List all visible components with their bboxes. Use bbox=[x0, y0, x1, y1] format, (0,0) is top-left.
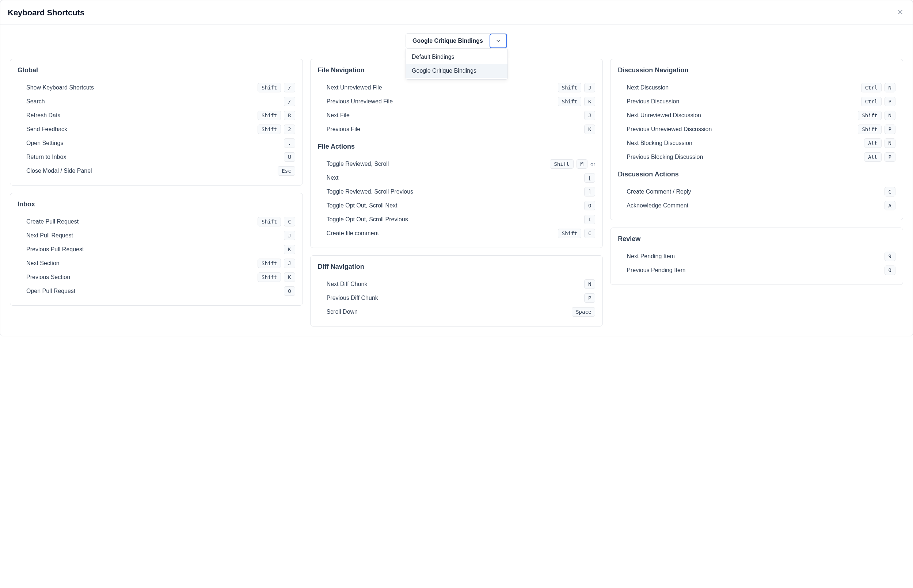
key: K bbox=[284, 245, 295, 254]
key: P bbox=[884, 124, 895, 134]
key: R bbox=[284, 111, 295, 120]
shortcut-panel: Diff NavigationNext Diff ChunkNPrevious … bbox=[310, 255, 603, 326]
shortcut-label: Return to Inbox bbox=[18, 154, 66, 160]
shortcut-keys: AltN bbox=[864, 139, 895, 148]
shortcut-label: Scroll Down bbox=[318, 309, 358, 315]
key: Shift bbox=[550, 159, 573, 169]
shortcut-row: Next FileJ bbox=[318, 108, 596, 122]
shortcut-row: Next DiscussionCtrlN bbox=[618, 81, 895, 95]
shortcut-keys: ] bbox=[584, 187, 595, 197]
shortcut-keys: 9 bbox=[884, 252, 895, 261]
shortcut-label: Next Pending Item bbox=[618, 253, 675, 260]
shortcut-keys: . bbox=[284, 139, 295, 148]
shortcut-row: Scroll DownSpace bbox=[318, 305, 596, 319]
key: K bbox=[584, 124, 595, 134]
chevron-down-icon[interactable] bbox=[490, 34, 507, 48]
shortcut-panels: GlobalShow Keyboard ShortcutsShift/Searc… bbox=[0, 48, 913, 336]
shortcut-label: Next Unreviewed File bbox=[318, 84, 382, 91]
shortcut-keys: ShiftC bbox=[558, 229, 596, 238]
shortcut-row: Refresh DataShiftR bbox=[18, 108, 295, 122]
key: P bbox=[584, 293, 595, 303]
shortcut-row: Open Pull RequestO bbox=[18, 284, 295, 298]
shortcut-label: Previous File bbox=[318, 126, 360, 132]
key: O bbox=[284, 286, 295, 296]
shortcut-label: Acknowledge Comment bbox=[618, 202, 688, 209]
shortcut-row: Toggle Reviewed, ScrollShiftMor bbox=[318, 157, 596, 171]
section-title: Review bbox=[618, 235, 895, 243]
bindings-option-google-critique[interactable]: Google Critique Bindings bbox=[406, 64, 507, 78]
key: Shift bbox=[858, 111, 881, 120]
section-title: Diff Navigation bbox=[318, 263, 596, 271]
shortcut-keys: ShiftC bbox=[258, 217, 295, 226]
close-icon bbox=[897, 8, 904, 17]
shortcut-row: Previous Blocking DiscussionAltP bbox=[618, 150, 895, 164]
shortcut-keys: ShiftK bbox=[558, 97, 596, 106]
shortcut-label: Show Keyboard Shortcuts bbox=[18, 84, 94, 91]
shortcut-label: Next Blocking Discussion bbox=[618, 140, 692, 147]
shortcut-label: Open Pull Request bbox=[18, 288, 75, 294]
shortcut-row: Next SectionShiftJ bbox=[18, 256, 295, 270]
shortcut-keys: Esc bbox=[278, 166, 295, 176]
key: I bbox=[584, 215, 595, 224]
key: J bbox=[584, 83, 595, 92]
shortcut-row: Toggle Reviewed, Scroll Previous] bbox=[318, 185, 596, 199]
key: K bbox=[284, 273, 295, 282]
shortcut-row: Previous Unreviewed FileShiftK bbox=[318, 95, 596, 108]
key: Esc bbox=[278, 166, 295, 176]
key: . bbox=[284, 139, 295, 148]
shortcut-row: Next Blocking DiscussionAltN bbox=[618, 136, 895, 150]
shortcut-label: Next Unreviewed Discussion bbox=[618, 112, 701, 119]
bindings-option-default[interactable]: Default Bindings bbox=[406, 50, 507, 64]
key: Shift bbox=[858, 124, 881, 134]
key: 2 bbox=[284, 124, 295, 134]
key: J bbox=[284, 258, 295, 268]
shortcut-label: Close Modal / Side Panel bbox=[18, 168, 92, 174]
key: [ bbox=[584, 173, 595, 183]
shortcut-row: Create Pull RequestShiftC bbox=[18, 215, 295, 229]
shortcut-row: Previous SectionShiftK bbox=[18, 270, 295, 284]
shortcut-panel: ReviewNext Pending Item9Previous Pending… bbox=[610, 228, 903, 285]
shortcut-row: Open Settings. bbox=[18, 136, 295, 150]
key: Alt bbox=[864, 139, 881, 148]
bindings-dropdown-trigger[interactable]: Google Critique Bindings bbox=[406, 33, 507, 48]
shortcut-row: Create file commentShiftC bbox=[318, 226, 596, 240]
modal-title: Keyboard Shortcuts bbox=[8, 8, 84, 18]
section-title: File Actions bbox=[318, 143, 596, 150]
shortcut-row: Next Unreviewed DiscussionShiftN bbox=[618, 108, 895, 122]
shortcut-label: Toggle Reviewed, Scroll Previous bbox=[318, 189, 413, 195]
shortcut-row: Next Diff ChunkN bbox=[318, 277, 596, 291]
key: Ctrl bbox=[861, 97, 882, 106]
key: C bbox=[884, 187, 895, 197]
section-title: Discussion Navigation bbox=[618, 66, 895, 74]
close-button[interactable] bbox=[895, 7, 905, 18]
shortcut-keys: Shift2 bbox=[258, 124, 295, 134]
section-title: Inbox bbox=[18, 200, 295, 208]
shortcut-label: Next bbox=[318, 174, 339, 181]
shortcut-row: Previous DiscussionCtrlP bbox=[618, 95, 895, 108]
shortcut-row: Send FeedbackShift2 bbox=[18, 122, 295, 136]
key: 9 bbox=[884, 252, 895, 261]
key: J bbox=[584, 111, 595, 120]
key: M bbox=[577, 159, 588, 169]
key: / bbox=[284, 97, 295, 106]
shortcut-row: Return to InboxU bbox=[18, 150, 295, 164]
shortcut-panel: InboxCreate Pull RequestShiftCNext Pull … bbox=[10, 193, 303, 306]
shortcut-keys: AltP bbox=[864, 152, 895, 162]
shortcut-label: Create file comment bbox=[318, 230, 379, 237]
key-suffix: or bbox=[590, 161, 595, 167]
key: / bbox=[284, 83, 295, 92]
shortcut-keys: U bbox=[284, 152, 295, 162]
key: Shift bbox=[258, 217, 281, 226]
shortcut-keys: A bbox=[884, 201, 895, 210]
panel-column: Discussion NavigationNext DiscussionCtrl… bbox=[610, 59, 903, 326]
section-title: Global bbox=[18, 66, 295, 74]
panel-column: GlobalShow Keyboard ShortcutsShift/Searc… bbox=[10, 59, 303, 326]
shortcut-keys: K bbox=[284, 245, 295, 254]
shortcut-row: Previous Unreviewed DiscussionShiftP bbox=[618, 122, 895, 136]
key: Alt bbox=[864, 152, 881, 162]
shortcut-label: Create Comment / Reply bbox=[618, 189, 691, 195]
shortcut-keys: ShiftP bbox=[858, 124, 895, 134]
key: N bbox=[884, 111, 895, 120]
shortcut-label: Open Settings bbox=[18, 140, 63, 147]
shortcut-label: Search bbox=[18, 98, 45, 105]
